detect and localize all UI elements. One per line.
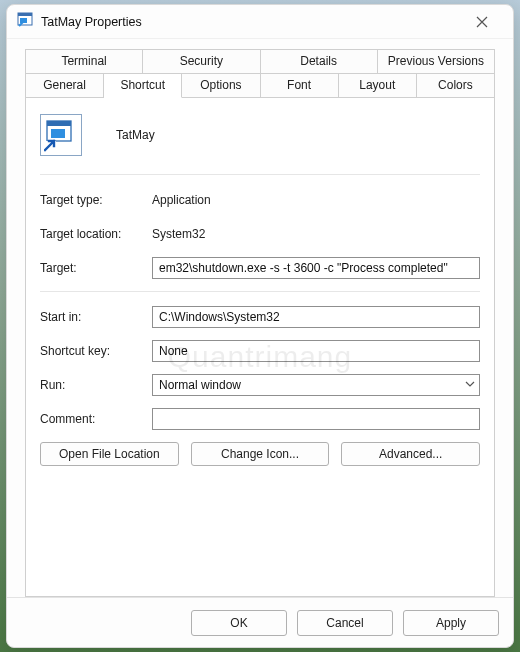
tab-general[interactable]: General [25, 73, 104, 98]
svg-rect-4 [47, 121, 71, 126]
shortcut-name: TatMay [116, 128, 155, 142]
tab-row-1: Terminal Security Details Previous Versi… [25, 49, 495, 74]
run-select[interactable]: Normal window [152, 374, 480, 396]
advanced-button[interactable]: Advanced... [341, 442, 480, 466]
tab-label: Details [300, 54, 337, 68]
target-input[interactable] [152, 257, 480, 279]
separator [40, 174, 480, 175]
dialog-footer: OK Cancel Apply [7, 597, 513, 647]
target-type-label: Target type: [40, 193, 152, 207]
comment-input[interactable] [152, 408, 480, 430]
close-icon [476, 16, 488, 28]
svg-rect-2 [20, 18, 27, 23]
target-location-label: Target location: [40, 227, 152, 241]
button-label: Change Icon... [221, 447, 299, 461]
run-label: Run: [40, 378, 152, 392]
target-location-value: System32 [152, 227, 480, 241]
tab-colors[interactable]: Colors [417, 73, 495, 98]
tab-layout[interactable]: Layout [339, 73, 417, 98]
separator [40, 291, 480, 292]
ok-button[interactable]: OK [191, 610, 287, 636]
tab-terminal[interactable]: Terminal [25, 49, 143, 74]
properties-dialog: TatMay Properties Terminal Security Deta… [6, 4, 514, 648]
tab-label: Options [200, 78, 241, 92]
window-title: TatMay Properties [41, 15, 461, 29]
tab-row-2: General Shortcut Options Font Layout Col… [25, 73, 495, 98]
tab-label: Terminal [61, 54, 106, 68]
button-label: Open File Location [59, 447, 160, 461]
tab-label: General [43, 78, 86, 92]
open-file-location-button[interactable]: Open File Location [40, 442, 179, 466]
shortcut-key-label: Shortcut key: [40, 344, 152, 358]
close-button[interactable] [461, 8, 503, 36]
chevron-down-icon [459, 378, 475, 392]
shortcut-large-icon [40, 114, 82, 156]
start-in-label: Start in: [40, 310, 152, 324]
target-label: Target: [40, 261, 152, 275]
shortcut-panel: TatMay Target type: Application Target l… [25, 98, 495, 597]
app-icon [17, 12, 33, 31]
tab-security[interactable]: Security [143, 49, 260, 74]
client-area: Terminal Security Details Previous Versi… [7, 39, 513, 597]
tab-font[interactable]: Font [261, 73, 339, 98]
tab-label: Font [287, 78, 311, 92]
shortcut-key-input[interactable] [152, 340, 480, 362]
start-in-input[interactable] [152, 306, 480, 328]
tab-label: Security [180, 54, 223, 68]
svg-rect-1 [18, 13, 32, 16]
comment-label: Comment: [40, 412, 152, 426]
button-label: OK [230, 616, 247, 630]
tab-label: Shortcut [120, 78, 165, 92]
change-icon-button[interactable]: Change Icon... [191, 442, 330, 466]
tab-shortcut[interactable]: Shortcut [104, 73, 182, 98]
apply-button[interactable]: Apply [403, 610, 499, 636]
tab-label: Layout [359, 78, 395, 92]
cancel-button[interactable]: Cancel [297, 610, 393, 636]
button-label: Apply [436, 616, 466, 630]
tab-options[interactable]: Options [182, 73, 260, 98]
tab-details[interactable]: Details [261, 49, 378, 74]
tab-label: Colors [438, 78, 473, 92]
run-value: Normal window [159, 378, 241, 392]
button-label: Advanced... [379, 447, 442, 461]
tab-label: Previous Versions [388, 54, 484, 68]
button-label: Cancel [326, 616, 363, 630]
svg-rect-5 [51, 129, 65, 138]
titlebar: TatMay Properties [7, 5, 513, 39]
target-type-value: Application [152, 193, 480, 207]
tab-previous-versions[interactable]: Previous Versions [378, 49, 495, 74]
